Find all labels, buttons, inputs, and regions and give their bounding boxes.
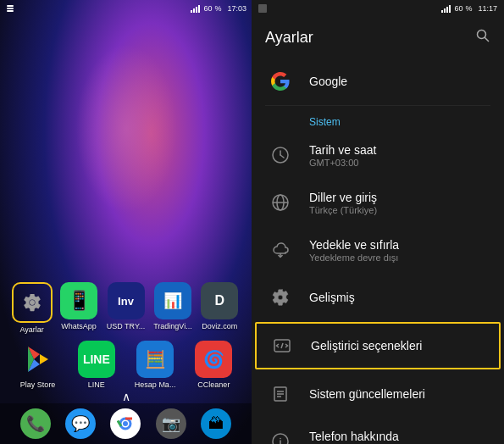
hesap-icon: 🧮 (136, 341, 174, 378)
svg-point-37 (280, 438, 281, 440)
settings-list: Google Sistem Tarih ve saat GMT+03:00 (252, 58, 504, 444)
dovizcom-label: Doviz.com (202, 322, 237, 330)
tarih-subtitle: GMT+03:00 (309, 158, 490, 168)
settings-item-diller[interactable]: Diller ve giriş Türkçe (Türkiye) (252, 179, 504, 226)
app-ccleaner[interactable]: 🌀 CCleaner (188, 341, 239, 389)
svg-line-30 (281, 343, 283, 348)
dock-chrome[interactable] (110, 408, 141, 439)
svg-rect-1 (7, 8, 14, 9)
status-bar-right: 60 % 11:17 (252, 0, 504, 17)
tradingvi-label: TradingVi... (153, 322, 192, 330)
battery-left: 60 (203, 4, 212, 13)
svg-rect-17 (444, 8, 446, 13)
svg-rect-0 (7, 5, 14, 7)
clock-icon (271, 146, 290, 164)
signal-icon (191, 4, 201, 13)
status-left-icons (5, 3, 15, 14)
settings-gear-icon (22, 292, 42, 313)
code-icon-wrap (267, 330, 297, 361)
svg-point-15 (123, 421, 128, 426)
app-whatsapp[interactable]: 📱 WhatsApp (55, 282, 102, 334)
app-hesap[interactable]: 🧮 Hesap Ma... (130, 341, 180, 389)
dock-camera[interactable]: 📷 (156, 408, 186, 439)
settings-item-tarih[interactable]: Tarih ve saat GMT+03:00 (252, 131, 504, 179)
gelismis-text: Gelişmiş (309, 291, 490, 304)
telefon-title: Telefon hakkında (309, 430, 490, 443)
notification-icon (5, 3, 15, 14)
svg-line-21 (485, 37, 489, 42)
home-dock: 📞 💬 📷 🏔 (0, 403, 252, 444)
ccleaner-icon: 🌀 (195, 341, 232, 378)
guncelleme-title: Sistem güncellemeleri (309, 387, 490, 401)
dock-phone[interactable]: 📞 (20, 408, 51, 439)
settings-item-guncelleme[interactable]: Sistem güncellemeleri (252, 370, 504, 418)
svg-line-24 (280, 155, 284, 158)
settings-toolbar: Ayarlar (252, 17, 504, 58)
svg-rect-3 (191, 10, 192, 13)
settings-item-gelistirici[interactable]: Geliştirici seçenekleri (255, 322, 501, 369)
dovizcom-icon: D (201, 282, 238, 319)
svg-rect-4 (193, 8, 195, 13)
playstore-label: Play Store (20, 380, 56, 389)
google-icon-wrap (265, 66, 296, 97)
gear-icon-wrap (265, 282, 296, 313)
line-label: LINE (88, 380, 105, 389)
svg-rect-18 (446, 7, 448, 13)
settings-item-telefon[interactable]: Telefon hakkında Android 8.1.0 (252, 418, 504, 444)
app-inv[interactable]: Inv USD TRY... (102, 282, 149, 334)
status-right-info: 60 % 17:03 (191, 4, 246, 13)
update-icon-wrap (265, 379, 296, 409)
svg-rect-2 (7, 10, 14, 12)
svg-rect-5 (196, 7, 197, 13)
section-sistem: Sistem (252, 106, 504, 131)
home-apps-row2: Play Store LINE LINE 🧮 Hesap Ma... 🌀 CCl… (0, 341, 252, 389)
app-line[interactable]: LINE LINE (71, 341, 122, 389)
app-ayarlar[interactable]: Ayarlar (8, 282, 55, 334)
info-icon (271, 432, 290, 444)
dock-gallery[interactable]: 🏔 (201, 408, 231, 439)
gelistirici-text: Geliştirici seçenekleri (311, 339, 489, 352)
google-title: Google (309, 75, 490, 88)
tradingvi-icon: 📊 (154, 282, 191, 319)
yedekle-title: Yedekle ve sıfırla (309, 238, 490, 252)
diller-subtitle: Türkçe (Türkiye) (309, 205, 490, 215)
status-icon-left (258, 4, 267, 13)
settings-item-yedekle[interactable]: Yedekle ve sıfırla Yedekleme devre dışı (252, 226, 504, 274)
time-left: 17:03 (227, 4, 246, 13)
settings-item-gelismis[interactable]: Gelişmiş (252, 274, 504, 321)
playstore-svg (23, 344, 53, 375)
signal-icon-right (441, 4, 451, 13)
ayarlar-icon (12, 282, 53, 323)
app-playstore[interactable]: Play Store (13, 341, 64, 389)
battery-right: 60 (454, 4, 462, 13)
diller-title: Diller ve giriş (309, 191, 490, 204)
yedekle-text: Yedekle ve sıfırla Yedekleme devre dışı (309, 238, 490, 263)
google-icon (270, 71, 291, 92)
app-dovizcom[interactable]: D Doviz.com (197, 282, 243, 334)
whatsapp-icon: 📱 (60, 282, 97, 319)
gear-icon (271, 288, 290, 307)
guncelleme-text: Sistem güncellemeleri (309, 387, 490, 401)
playstore-icon (19, 341, 57, 378)
status-bar-left: 60 % 17:03 (0, 0, 252, 17)
ayarlar-label: Ayarlar (20, 325, 44, 334)
hesap-label: Hesap Ma... (135, 380, 176, 389)
whatsapp-label: WhatsApp (61, 322, 97, 330)
settings-item-google[interactable]: Google (252, 58, 504, 105)
search-icon[interactable] (475, 28, 490, 47)
tarih-text: Tarih ve saat GMT+03:00 (309, 143, 490, 168)
app-tradingvi[interactable]: 📊 TradingVi... (149, 282, 196, 334)
diller-text: Diller ve giriş Türkçe (Türkiye) (309, 191, 490, 215)
cloud-icon-wrap (265, 235, 296, 265)
clock-icon-wrap (265, 140, 296, 170)
svg-marker-11 (40, 354, 48, 364)
inv-icon: Inv (108, 282, 145, 319)
dock-messages[interactable]: 💬 (65, 408, 96, 439)
home-apps-row1: Ayarlar 📱 WhatsApp Inv USD TRY... 📊 Trad… (0, 282, 252, 334)
time-right: 11:17 (478, 4, 497, 13)
percent-right: % (465, 4, 472, 13)
home-arrow[interactable]: ∧ (122, 390, 130, 403)
svg-rect-16 (441, 10, 443, 13)
yedekle-subtitle: Yedekleme devre dışı (309, 253, 490, 263)
svg-rect-6 (198, 5, 200, 13)
